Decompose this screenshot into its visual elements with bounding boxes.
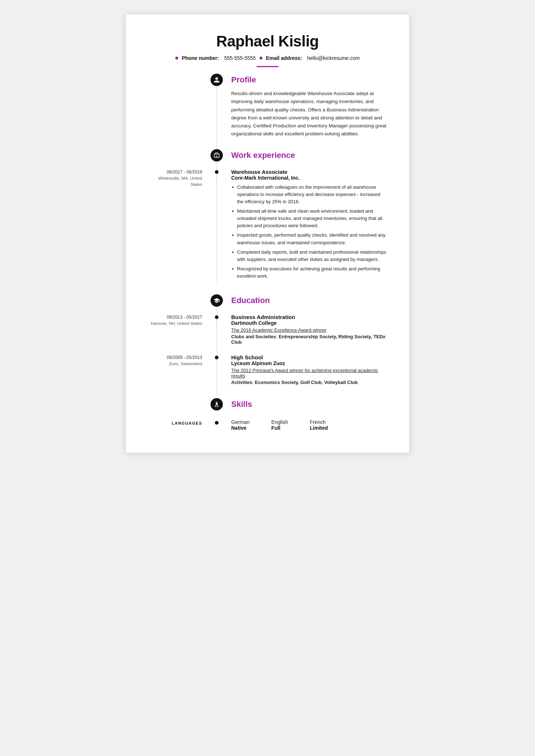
skills-body: Skills	[224, 398, 387, 418]
work-dot-line-1	[217, 174, 217, 282]
work-content-1: Warehouse Associate Core-Mark Internatio…	[224, 169, 387, 282]
lang-french-level: Limited	[310, 425, 328, 431]
education-icon	[211, 294, 223, 307]
lang-german: German Native	[231, 419, 250, 431]
lang-english-name: English	[271, 419, 288, 425]
email-label: Email address:	[266, 55, 302, 61]
contact-info: Phone number: 555-555-5555 Email address…	[148, 55, 387, 61]
languages-right: German Native English Full French Limite…	[224, 419, 387, 431]
work-dot-1	[215, 170, 219, 174]
edu-dot-col-1	[209, 314, 224, 346]
education-title: Education	[231, 294, 387, 305]
edu-degree-2: High School	[231, 354, 387, 360]
profile-section: Profile Results-driven and knowledgeable…	[148, 74, 387, 142]
edu-school-2: Lyceum Alpinum Zuoz	[231, 360, 387, 366]
edu-content-2: High School Lyceum Alpinum Zuoz The 2012…	[224, 354, 387, 386]
edu-dot-line-2	[217, 359, 217, 395]
lang-french-name: French	[310, 419, 328, 425]
contact-dot-2	[260, 57, 262, 60]
header-divider	[257, 66, 278, 67]
profile-title: Profile	[231, 74, 387, 85]
resume-page: Raphael Kislig Phone number: 555-555-555…	[126, 15, 409, 453]
work-dot-col-1	[209, 169, 224, 282]
work-items: 06/2017 - 06/2019 Whitinsville, MA, Unit…	[148, 169, 387, 291]
education-section: Education	[148, 294, 387, 314]
edu-award-1: The 2016 Academic Excellence Award winne…	[231, 327, 387, 333]
work-item-1: 06/2017 - 06/2019 Whitinsville, MA, Unit…	[148, 169, 387, 282]
edu-item-1: 09/2013 - 05/2017 Hanover, NH, United St…	[148, 314, 387, 346]
languages-label-col: LANGUAGES	[148, 419, 209, 425]
profile-text: Results-driven and knowledgeable Warehou…	[231, 90, 387, 138]
work-title: Work experience	[231, 149, 387, 160]
edu-dot-col-2	[209, 354, 224, 386]
profile-icon-col	[209, 74, 224, 142]
work-section: Work experience	[148, 149, 387, 169]
bullet-4: Completed daily reports, built and maint…	[231, 249, 387, 263]
edu-clubs-1: Clubs and Societies: Entrepreneurship So…	[231, 334, 387, 345]
education-items: 09/2013 - 05/2017 Hanover, NH, United St…	[148, 314, 387, 395]
edu-degree-1: Business Administration	[231, 314, 387, 320]
lang-german-name: German	[231, 419, 250, 425]
graduation-svg	[213, 297, 220, 304]
bullet-2: Maintained all-time safe and clean work …	[231, 208, 387, 229]
skills-icon-col	[209, 398, 224, 418]
briefcase-svg	[213, 152, 220, 159]
lang-french: French Limited	[310, 419, 328, 431]
work-body: Work experience	[224, 149, 387, 169]
company-name-1: Core-Mark International, Inc.	[231, 175, 387, 181]
profile-icon	[211, 74, 223, 86]
languages-row: LANGUAGES German Native English Full Fre…	[148, 419, 387, 431]
edu-date-2: 09/2009 - 05/2013 Zuoz, Switzerland	[148, 354, 209, 386]
edu-item-2: 09/2009 - 05/2013 Zuoz, Switzerland High…	[148, 354, 387, 386]
skills-title: Skills	[231, 398, 387, 409]
work-date-1: 06/2017 - 06/2019 Whitinsville, MA, Unit…	[148, 169, 209, 282]
edu-clubs-value-2: Economics Society, Golf Club, Volleyball…	[255, 380, 358, 385]
edu-content-1: Business Administration Dartmouth Colleg…	[224, 314, 387, 346]
edu-dot-1	[215, 315, 219, 319]
education-icon-col	[209, 294, 224, 314]
skills-icon	[211, 398, 223, 410]
phone-value: 555-555-5555	[224, 55, 256, 61]
education-body: Education	[224, 294, 387, 314]
edu-date-1: 09/2013 - 05/2017 Hanover, NH, United St…	[148, 314, 209, 346]
profile-body: Profile Results-driven and knowledgeable…	[224, 74, 387, 142]
work-icon-col	[209, 149, 224, 169]
flask-svg	[213, 401, 220, 408]
languages-label: LANGUAGES	[148, 419, 202, 425]
contact-dot-1	[175, 57, 178, 60]
languages-dot-col	[209, 419, 224, 425]
bullet-5: Recognized by executives for achieving g…	[231, 265, 387, 280]
lang-english: English Full	[271, 419, 288, 431]
edu-dot-line-1	[217, 319, 217, 354]
skills-section: Skills	[148, 398, 387, 418]
lang-german-level: Native	[231, 425, 250, 431]
profile-line	[217, 86, 217, 149]
job-title-1: Warehouse Associate	[231, 169, 387, 175]
edu-clubs-label-1: Clubs and Societies	[231, 334, 276, 339]
languages-dot	[215, 421, 219, 425]
candidate-name: Raphael Kislig	[148, 33, 387, 50]
edu-clubs-label-2: Activities	[231, 380, 252, 385]
lang-english-level: Full	[271, 425, 288, 431]
edu-award-2: The 2012 Principal's Award winner for ac…	[231, 368, 387, 379]
person-svg	[213, 77, 220, 83]
edu-school-1: Dartmouth College	[231, 320, 387, 326]
work-icon	[211, 149, 223, 162]
resume-header: Raphael Kislig Phone number: 555-555-555…	[148, 33, 387, 67]
job-bullets-1: Collaborated with colleagues on the impr…	[231, 184, 387, 280]
edu-dot-2	[215, 356, 219, 359]
bullet-1: Collaborated with colleagues on the impr…	[231, 184, 387, 205]
email-value: hello@kickresume.com	[307, 55, 360, 61]
language-grid: German Native English Full French Limite…	[231, 419, 387, 431]
edu-clubs-2: Activities: Economics Society, Golf Club…	[231, 380, 387, 385]
phone-label: Phone number:	[182, 55, 219, 61]
bullet-3: Inspected goods, performed quality check…	[231, 232, 387, 246]
